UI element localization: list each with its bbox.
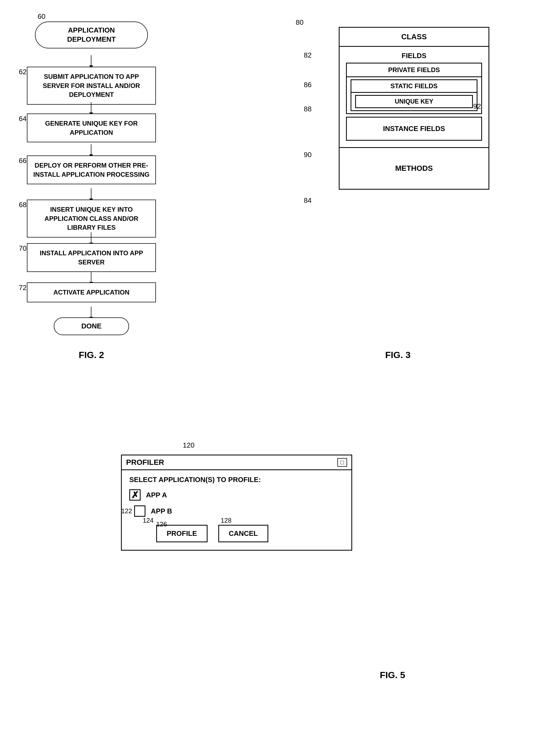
fig2-end-node: DONE: [54, 317, 129, 335]
fig5-ref-126: 126: [156, 521, 167, 528]
fig5-prompt: SELECT APPLICATION(S) TO PROFILE:: [129, 476, 344, 484]
fig2-node-66: DEPLOY OR PERFORM OTHER PRE- INSTALL APP…: [27, 156, 156, 184]
fig3-ref-88: 88: [304, 105, 312, 113]
fig3-static-box: STATIC FIELDS UNIQUE KEY: [351, 79, 477, 111]
fig2-node-62: SUBMIT APPLICATION TO APP SERVER FOR INS…: [27, 67, 156, 105]
fig5-app-b-row: 122 APP B: [132, 505, 344, 517]
fig5-dialog: PROFILER □ SELECT APPLICATION(S) TO PROF…: [121, 455, 352, 551]
fig5-dialog-title: PROFILER: [126, 458, 164, 467]
fig2-label-72: 72: [19, 283, 27, 292]
fig3-ref-84: 84: [304, 196, 312, 205]
fig5-ref-122-label: 122: [121, 507, 132, 515]
fig3-caption: FIG. 3: [323, 350, 473, 360]
arrow5: [91, 233, 91, 243]
fig5-ref-120: 120: [183, 441, 194, 450]
fig2-label-68: 68: [19, 201, 27, 209]
fig5-checkbox-b[interactable]: [134, 505, 145, 517]
arrow3: [91, 144, 91, 155]
fig3-fields-label: FIELDS: [343, 50, 485, 63]
fig5-ref-124: 124: [143, 517, 153, 524]
fig5-buttons-area: 124 126 128 PROFILE CANCEL: [129, 525, 344, 542]
fig3-static-label: STATIC FIELDS: [351, 80, 477, 93]
fig3-methods-section: METHODS: [340, 148, 488, 189]
fig3-ref-82: 82: [304, 51, 312, 60]
fig5-checkbox-a[interactable]: ✗: [129, 489, 141, 500]
fig5-app-a-label: APP A: [146, 491, 167, 499]
fig3-ref-90: 90: [304, 151, 312, 159]
fig5-ref-128: 128: [221, 517, 231, 524]
fig3-outer-box: CLASS FIELDS PRIVATE FIELDS STATIC FIELD…: [339, 27, 489, 190]
fig3-unique-key-box: UNIQUE KEY: [355, 95, 473, 108]
fig5-caption: FIG. 5: [339, 670, 446, 680]
fig2-start-node: APPLICATION DEPLOYMENT: [35, 21, 148, 49]
fig3-ref-86: 86: [304, 81, 312, 89]
arrow1: [91, 55, 91, 66]
fig5-dialog-body: SELECT APPLICATION(S) TO PROFILE: ✗ APP …: [122, 470, 351, 550]
fig3-class-label: CLASS: [340, 28, 488, 47]
fig2-caption: FIG. 2: [27, 350, 156, 360]
fig5-app-a-row: ✗ APP A: [129, 489, 344, 500]
fig3-private-label: PRIVATE FIELDS: [347, 64, 481, 77]
arrow6: [91, 272, 91, 282]
fig5-titlebar: PROFILER □: [122, 455, 351, 470]
fig2-label-64: 64: [19, 115, 27, 123]
fig2-label-60: 60: [38, 12, 45, 21]
fig2-label-70: 70: [19, 244, 27, 253]
arrow4: [91, 188, 91, 199]
fig2-node-68: INSERT UNIQUE KEY INTO APPLICATION CLASS…: [27, 200, 156, 238]
arrow2: [91, 102, 91, 113]
fig5-app-b-label: APP B: [151, 507, 172, 516]
arrow7: [91, 307, 91, 317]
fig3-ref-92: 92: [473, 102, 481, 110]
fig2-node-72: ACTIVATE APPLICATION: [27, 282, 156, 302]
fig5-close-button[interactable]: □: [337, 458, 347, 467]
fig2-label-62: 62: [19, 68, 27, 76]
fig3-instance-box: INSTANCE FIELDS: [346, 117, 482, 141]
fig5-cancel-button[interactable]: CANCEL: [218, 525, 268, 542]
fig3-private-box: PRIVATE FIELDS STATIC FIELDS UNIQUE KEY: [346, 63, 482, 114]
fig3-ref-80: 80: [296, 18, 304, 27]
fig2-node-64: GENERATE UNIQUE KEY FOR APPLICATION: [27, 113, 156, 142]
fig2-node-70: INSTALL APPLICATION INTO APP SERVER: [27, 243, 156, 272]
fig3-fields-section: FIELDS PRIVATE FIELDS STATIC FIELDS UNIQ…: [340, 47, 488, 148]
fig2-label-66: 66: [19, 157, 27, 165]
